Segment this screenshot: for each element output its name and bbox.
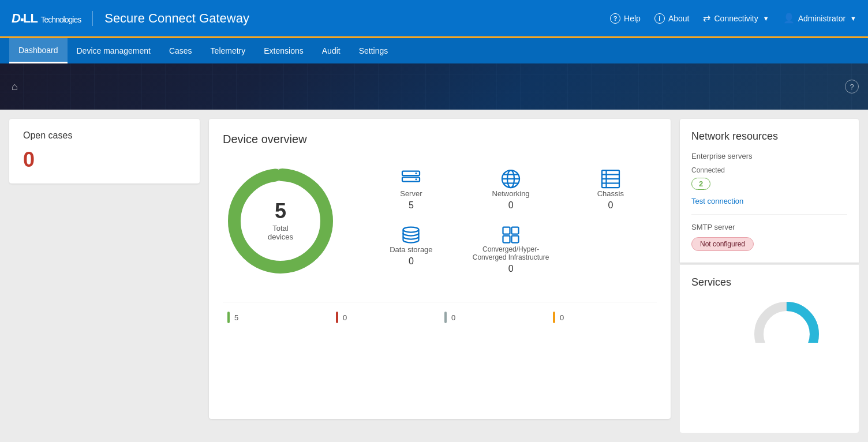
administrator-button[interactable]: 👤 Administrator ▼ — [783, 13, 856, 24]
networking-icon — [500, 168, 521, 189]
device-item-data-storage: Data storage 0 — [373, 224, 450, 274]
services-title: Services — [691, 276, 847, 289]
services-donut-container — [691, 297, 847, 343]
donut-number: 5 — [268, 201, 293, 222]
help-icon: ? — [610, 13, 620, 24]
chassis-count: 0 — [608, 200, 613, 211]
server-icon — [401, 168, 421, 189]
info-icon: i — [654, 13, 665, 24]
nav-item-dashboard[interactable]: Dashboard — [9, 38, 68, 63]
left-panel: Open cases 0 — [9, 119, 200, 433]
open-cases-count: 0 — [23, 148, 186, 172]
device-bottom-bar: 5 0 0 0 — [223, 302, 657, 325]
svg-point-4 — [416, 172, 417, 174]
data-storage-count: 0 — [409, 256, 414, 267]
smtp-label: SMTP server — [691, 223, 847, 231]
server-count: 5 — [409, 200, 414, 211]
services-donut-svg — [749, 297, 824, 343]
converged-label: Converged/Hyper-Converged Infrastructure — [473, 245, 549, 261]
main-content: Open cases 0 Device overview 5 — [0, 110, 868, 442]
network-resources-title: Network resources — [691, 130, 847, 143]
header-actions: ? Help i About ⇄ Connectivity ▼ 👤 Admini… — [610, 13, 856, 24]
chevron-down-icon: ▼ — [763, 15, 769, 22]
svg-point-16 — [403, 227, 419, 232]
chevron-down-icon-admin: ▼ — [850, 15, 856, 22]
top-header: D■LL Technologies Secure Connect Gateway… — [0, 0, 868, 38]
home-icon[interactable]: ⌂ — [12, 81, 18, 93]
not-configured-badge: Not configured — [691, 237, 754, 251]
device-overview-card: Device overview 5 Total — [209, 119, 671, 419]
about-button[interactable]: i About — [654, 13, 690, 24]
banner-help-icon[interactable]: ? — [845, 80, 859, 93]
red-indicator — [336, 312, 338, 323]
connected-label: Connected — [691, 166, 847, 174]
nav-item-cases[interactable]: Cases — [160, 38, 201, 63]
open-cases-title: Open cases — [23, 130, 186, 141]
svg-rect-17 — [503, 227, 510, 234]
orange-indicator — [553, 312, 555, 323]
donut-chart: 5 Total devices — [223, 163, 338, 279]
device-overview-content: 5 Total devices — [223, 163, 657, 279]
hero-banner: ⌂ ? — [0, 63, 868, 110]
donut-total-label: Total devices — [268, 224, 293, 241]
device-overview-title: Device overview — [223, 133, 657, 146]
bottom-item-orange: 0 — [548, 309, 657, 325]
converged-count: 0 — [508, 264, 514, 274]
nav-item-telemetry[interactable]: Telemetry — [201, 38, 255, 63]
gray-indicator — [444, 312, 447, 323]
app-title: Secure Connect Gateway — [104, 11, 610, 26]
bottom-item-gray: 0 — [440, 309, 548, 325]
bottom-item-red: 0 — [331, 309, 440, 325]
svg-rect-19 — [503, 235, 510, 242]
device-item-networking: Networking 0 — [473, 168, 549, 211]
chassis-label: Chassis — [597, 189, 624, 198]
network-resources-card: Network resources Enterprise servers Con… — [680, 119, 859, 263]
technologies-text: Technologies — [39, 15, 81, 24]
data-storage-icon — [401, 224, 421, 245]
dell-logo: D■LL Technologies — [12, 11, 81, 26]
nav-item-device-management[interactable]: Device management — [68, 38, 160, 63]
enterprise-servers-label: Enterprise servers — [691, 152, 847, 160]
chassis-icon — [600, 168, 621, 189]
nav-item-settings[interactable]: Settings — [350, 38, 398, 63]
device-item-converged: Converged/Hyper-Converged Infrastructure… — [473, 224, 549, 274]
device-grid: Server 5 Networking 0 — [373, 168, 649, 274]
data-storage-label: Data storage — [390, 245, 432, 254]
nav-item-extensions[interactable]: Extensions — [255, 38, 312, 63]
svg-rect-20 — [512, 235, 519, 242]
networking-count: 0 — [508, 200, 514, 211]
green-indicator — [227, 312, 230, 323]
help-button[interactable]: ? Help — [610, 13, 641, 24]
device-item-chassis: Chassis 0 — [572, 168, 649, 211]
converged-icon — [500, 224, 521, 245]
services-card: Services — [680, 265, 859, 433]
nav-item-audit[interactable]: Audit — [313, 38, 350, 63]
connectivity-button[interactable]: ⇄ Connectivity ▼ — [703, 13, 769, 24]
center-panel: Device overview 5 Total — [209, 119, 671, 433]
svg-point-5 — [416, 178, 417, 180]
divider — [691, 214, 847, 215]
networking-label: Networking — [492, 189, 530, 198]
user-icon: 👤 — [783, 13, 795, 24]
nav-bar: Dashboard Device management Cases Teleme… — [0, 38, 868, 63]
connectivity-icon: ⇄ — [703, 13, 710, 24]
right-panel: Network resources Enterprise servers Con… — [680, 119, 859, 433]
logo-area: D■LL Technologies — [12, 11, 93, 26]
connected-badge: 2 — [691, 178, 710, 190]
bottom-item-green: 5 — [223, 309, 331, 325]
server-label: Server — [400, 189, 422, 198]
open-cases-card: Open cases 0 — [9, 119, 200, 183]
svg-rect-18 — [512, 227, 519, 234]
donut-center: 5 Total devices — [268, 201, 293, 241]
device-item-server: Server 5 — [373, 168, 450, 211]
test-connection-link[interactable]: Test connection — [691, 197, 743, 205]
